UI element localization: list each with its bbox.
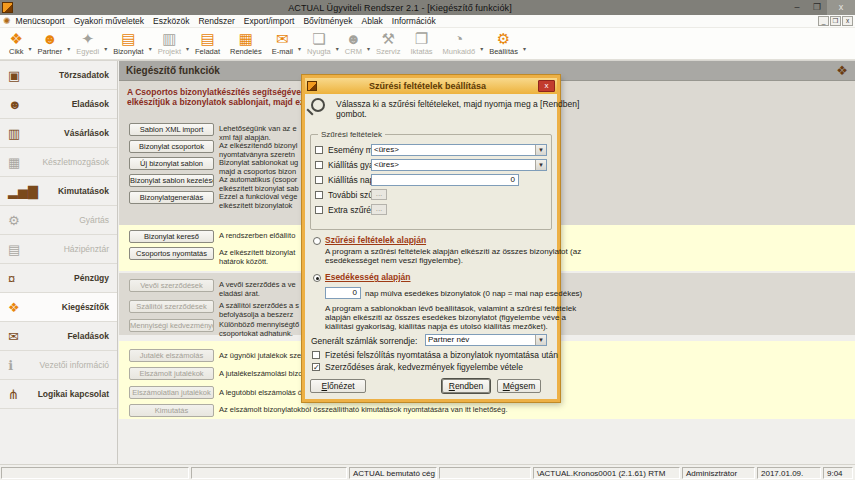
kiallitas-napja-checkbox[interactable] [315,176,323,184]
close-button[interactable]: x [827,0,855,15]
szuresi-feltetelek-radio[interactable] [313,237,321,245]
sidebar-item-penzugy[interactable]: ¤ Pénzügy [0,264,117,293]
generalt-szamlak-combobox[interactable]: Partner név ▼ [425,334,547,346]
bizonylatgeneralas-button[interactable]: Bizonylatgenerálás [129,191,214,204]
toolbar-beallitas[interactable]: ⚙ Beállítás [484,29,523,56]
toolbar-email[interactable]: ✉ E-mail [267,29,298,56]
mdi-close-button[interactable]: x [842,16,853,26]
toolbar-cikk[interactable]: ❖ Cikk [4,29,29,56]
dialog-title: Szűrési feltételek beállítása [317,81,538,91]
filter-settings-dialog: Szűrési feltételek beállítása x Válassza… [302,75,560,402]
kiallitas-gyakorisaga-checkbox[interactable] [315,161,323,169]
mennyisegi-kedvezmenyek-button: Mennyiségi kedvezmények [129,319,214,332]
chevron-down-icon[interactable]: ▼ [535,335,546,345]
tovabbi-szures-checkbox[interactable] [315,191,323,199]
desc-text: Bizonylat sablonokat ug [219,158,298,167]
mdi-minimize-button[interactable]: _ [818,16,829,26]
szerzodeses-arak-checkbox[interactable]: ✓ [312,363,320,371]
application-window: ACTUAL Ügyviteli Rendszer 2.1 - [Kiegész… [0,0,855,480]
money-icon: ¤ [8,271,28,286]
esemeny-combobox[interactable]: <üres> ▼ [371,144,547,156]
sidebar-item-eladasok[interactable]: ☻ Eladások [0,90,117,119]
fizetesi-felszolitas-checkbox[interactable] [312,351,320,359]
menu-bovitmenyek[interactable]: Bővítmények [303,16,352,26]
dialog-title-bar[interactable]: Szűrési feltételek beállítása x [305,78,557,94]
partner-icon: ☻ [42,30,58,47]
minimize-button[interactable]: – [787,0,807,15]
desc-text: eladási árat. [219,289,260,298]
status-bar: ACTUAL bemutató cég \ACTUAL.Kronos0001 (… [0,464,855,480]
sidebar-item-logikai-kapcsolat[interactable]: ⋔ Logikai kapcsolat [0,380,117,409]
szuresi-feltetelek-radio-label[interactable]: Szűrési feltételek alapján [325,235,426,245]
toolbar-rendeles[interactable]: ▦ Rendelés [225,29,267,56]
magnifier-icon [311,98,325,112]
kiallitas-gyakorisaga-combobox[interactable]: <üres> ▼ [371,159,547,171]
days-field[interactable]: 0 [325,287,361,299]
toolbar-iktatas: ❐ Iktatás [406,29,438,56]
restore-button[interactable]: ❐ [807,0,827,15]
menu-rendszer[interactable]: Rendszer [198,16,234,26]
menu-gyakori-muveletek[interactable]: Gyakori műveletek [74,16,144,26]
header-puzzle-icon: ❖ [836,63,848,78]
rendben-button[interactable]: Rendben [442,379,490,393]
menu-bar: ✺ Menücsoport Gyakori műveletek Eszközök… [0,15,855,28]
beallitas-dropdown-caret[interactable]: ▾ [523,37,527,52]
desc-text: csoportokat adhatunk. [219,329,293,338]
feladat-icon: ▤ [200,30,214,47]
sidebar-item-kiegeszitok[interactable]: ❖ Kiegészítők [0,293,117,322]
chevron-down-icon[interactable]: ▼ [535,145,546,155]
desc-text: befolyásolja a beszerz [219,310,293,319]
shopping-cart-icon: ▥ [8,126,28,141]
extra-szures-ellipsis-button: ... [371,204,387,215]
toolbar-feladat[interactable]: ▤ Feladat [190,29,225,56]
menu-menucsoport[interactable]: Menücsoport [16,16,65,26]
desc-text: Az elszámolt bizonylatokból összeállítha… [219,405,507,414]
bizonylat-sablon-kezelese-button[interactable]: Bizonylat sablon kezelése [129,174,214,187]
szerzodeses-arak-label: Szerződéses árak, kedvezmények figyelemb… [325,362,523,372]
status-date: 2017.01.09. [757,467,821,479]
sidebar-item-keszletmozgasok: ▦ Készletmozgások [0,148,117,177]
desc-text: A vevői szerződés a ve [219,280,296,289]
dialog-close-button[interactable]: x [538,80,555,92]
desc-text: A szállítói szerződés a s [219,301,299,310]
toolbar-partner[interactable]: ☻ Partner [33,29,68,56]
nyugta-icon: ❏ [312,30,325,47]
radio2-desc-line: kiállítási gyakoriság, kiállítás napja é… [325,322,548,331]
elszamolt-jutalekok-button: Elszámolt jutalékok [129,367,214,380]
menu-export-import[interactable]: Export/import [244,16,295,26]
dialog-app-icon [307,81,317,91]
kiallitas-napja-field[interactable]: 0 [371,174,519,186]
bizonylat-csoportok-button[interactable]: Bizonylat csoportok [129,140,214,153]
sidebar-item-vasarlasok[interactable]: ▥ Vásárlások [0,119,117,148]
extra-szures-checkbox[interactable] [315,206,323,214]
sidebar-item-torzsadatok[interactable]: ▣ Törzsadatok [0,61,117,90]
menu-ablak[interactable]: Ablak [362,16,383,26]
rendeles-icon: ▦ [239,30,253,47]
sablon-xml-import-button[interactable]: Sablon XML import [129,123,214,136]
elonezet-button[interactable]: Előnézet [310,379,366,393]
uj-bizonylat-sablon-button[interactable]: Új bizonylat sablon [129,157,214,170]
elszamolatlan-jutalekok-button: Elszámolatlan jutalékok [129,386,214,399]
sidebar-item-kimutatasok[interactable]: ▂▅▇ Kimutatások [0,177,117,206]
toolbar-bizonylat[interactable]: ▤ Bizonylat [108,29,148,56]
szerviz-icon: ⚒ [381,30,394,47]
mdi-window-controls: _ ❐ x [818,16,855,26]
chevron-down-icon[interactable]: ▼ [535,160,546,170]
cikk-icon: ❖ [10,30,23,47]
menu-eszkozok[interactable]: Eszközök [153,16,189,26]
sidebar-item-feladasok[interactable]: ✉ Feladások [0,322,117,351]
status-panel-empty [1,467,189,479]
esedekesseg-radio[interactable] [313,274,321,282]
toolbar-szerviz: ⚒ Szerviz [371,29,406,56]
csoportos-nyomtatas-button[interactable]: Csoportos nyomtatás [129,247,214,260]
bizonylat-kereso-button[interactable]: Bizonylat kereső [129,230,214,243]
megsem-button[interactable]: Mégsem [497,379,541,393]
esemeny-checkbox[interactable] [315,146,323,154]
toolbar-nyugta: ❏ Nyugta [302,29,336,56]
mdi-restore-button[interactable]: ❐ [830,16,841,26]
app-menu-icon: ✺ [3,16,11,26]
status-panel-empty [191,467,347,479]
menu-informaciok[interactable]: Információk [392,16,436,26]
desc-text: A rendszerben előállíto [219,231,295,240]
esedekesseg-radio-label[interactable]: Esedékesség alapján [325,272,411,282]
